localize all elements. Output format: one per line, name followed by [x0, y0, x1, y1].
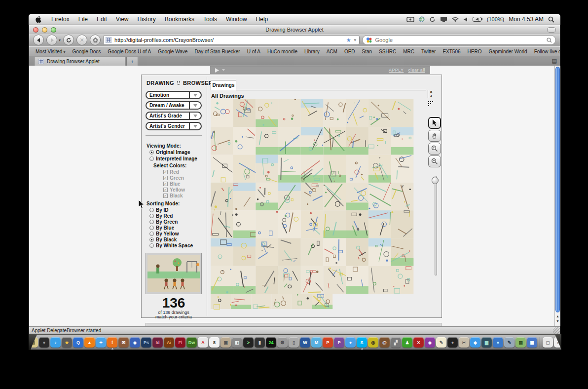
bookmark-item[interactable]: OED: [341, 49, 359, 54]
chevron-down-icon[interactable]: [189, 123, 201, 129]
bookmark-item[interactable]: ACM: [323, 49, 341, 54]
dock-app-icon[interactable]: ▆: [481, 337, 492, 348]
bookmark-item[interactable]: HERO: [464, 49, 485, 54]
dock-app-icon[interactable]: ✂: [459, 337, 469, 348]
filter-dropdown[interactable]: Artist's Gender: [146, 122, 202, 130]
bookmark-item[interactable]: Day of Stan Ruecker: [191, 49, 243, 54]
dock-app-icon[interactable]: X: [413, 337, 424, 348]
sorting-mode-radio[interactable]: By Blue: [149, 225, 193, 231]
zoom-out-tool[interactable]: [428, 156, 441, 167]
bookmark-item[interactable]: EXT506: [439, 49, 464, 54]
dock-app-icon[interactable]: ♪: [50, 337, 61, 348]
color-checkbox[interactable]: ✓ Blue: [163, 181, 185, 187]
dock-app-icon[interactable]: P: [334, 337, 344, 348]
grid-view-icon[interactable]: [428, 101, 434, 107]
scrollbar-thumb[interactable]: [555, 67, 560, 312]
menu-clock[interactable]: Mon 4:53 AM: [509, 16, 544, 23]
menu-item[interactable]: Help: [252, 14, 273, 25]
dock-app-icon[interactable]: ✎: [504, 337, 514, 348]
bookmark-item[interactable]: U of A: [244, 49, 264, 54]
zoom-slider-thumb[interactable]: [432, 177, 439, 184]
dock-app-icon[interactable]: ▲: [84, 337, 95, 348]
google-logo-icon[interactable]: [366, 37, 372, 43]
dock-app-icon[interactable]: ◧: [232, 337, 242, 348]
drawings-tab[interactable]: Drawings: [211, 80, 236, 90]
dock-app-icon[interactable]: ◈: [470, 337, 480, 348]
selected-drawing-preview[interactable]: [146, 253, 202, 294]
dock-app-icon[interactable]: @: [379, 337, 390, 348]
dock-app-icon[interactable]: ♟: [402, 337, 412, 348]
stop-button[interactable]: ✕: [76, 35, 87, 45]
dock-app-icon[interactable]: ✦: [96, 337, 106, 348]
sorting-mode-radio[interactable]: By Red: [149, 213, 193, 219]
dock-app-icon[interactable]: ▞: [391, 337, 401, 348]
bookmark-item[interactable]: Follow live conversa...: [531, 49, 560, 54]
dock-app-icon[interactable]: ●: [39, 337, 49, 348]
chevron-down-icon[interactable]: [189, 113, 201, 119]
scroll-down-arrow[interactable]: ▼: [555, 319, 560, 323]
menu-item[interactable]: View: [111, 14, 133, 25]
dock-tray-icon[interactable]: ▯: [565, 337, 576, 348]
resize-grip[interactable]: [553, 327, 560, 334]
history-dropdown-icon[interactable]: ▾: [59, 38, 61, 42]
sorting-mode-radio[interactable]: By Green: [149, 219, 193, 225]
bookmark-item[interactable]: Twitter: [418, 49, 439, 54]
dock-app-icon[interactable]: Fl: [175, 337, 185, 348]
dock-app-icon[interactable]: ●: [447, 337, 458, 348]
new-tab-button[interactable]: +: [126, 57, 138, 66]
bookmark-item[interactable]: Stan: [359, 49, 376, 54]
filter-dropdown[interactable]: Artist's Grade: [146, 112, 202, 120]
sorting-mode-radio[interactable]: By White Space: [149, 242, 193, 248]
search-bar[interactable]: [362, 35, 556, 45]
dock-app-icon[interactable]: ⚙: [277, 337, 288, 348]
dock-app-icon[interactable]: Q: [73, 337, 83, 348]
color-checkbox[interactable]: ✓ Red: [163, 169, 185, 175]
chevron-down-icon[interactable]: [189, 102, 201, 109]
dock-app-icon[interactable]: ◆: [425, 337, 435, 348]
sort-az-icon[interactable]: az: [428, 90, 434, 98]
menu-item[interactable]: Window: [221, 14, 252, 25]
dock-app-icon[interactable]: ✎: [436, 337, 446, 348]
filter-dropdown[interactable]: Emotion: [146, 91, 202, 99]
play-icon[interactable]: [215, 68, 219, 73]
hand-pan-tool[interactable]: [428, 130, 441, 142]
url-bar[interactable]: ★ ▼: [103, 35, 360, 45]
dock-app-icon[interactable]: W: [300, 337, 310, 348]
volume-icon[interactable]: [463, 17, 468, 22]
home-button[interactable]: [90, 35, 101, 45]
url-input[interactable]: [113, 37, 344, 43]
dock-app-icon[interactable]: ◨: [16, 337, 27, 348]
dock-app-icon[interactable]: P: [323, 337, 333, 348]
dock-app-icon[interactable]: ●: [345, 337, 356, 348]
dock-app-icon[interactable]: >: [243, 337, 254, 348]
menu-item[interactable]: Edit: [92, 14, 111, 25]
apple-menu-icon[interactable]: [29, 16, 47, 23]
menu-item[interactable]: Bookmarks: [160, 14, 199, 25]
battery-icon[interactable]: [473, 17, 482, 22]
zoom-in-tool[interactable]: [428, 143, 441, 155]
bookmark-item[interactable]: HuCo moodle: [264, 49, 301, 54]
browser-scrollbar[interactable]: ▲ ▼: [554, 66, 560, 326]
tab-drawing-browser-applet[interactable]: Drawing Browser Applet: [34, 57, 125, 66]
sorting-mode-radio[interactable]: By Black: [149, 236, 193, 242]
spotlight-icon[interactable]: [548, 16, 554, 23]
apply-link[interactable]: APPLY: [389, 68, 404, 73]
zoom-slider-track[interactable]: [435, 176, 437, 275]
dock-app-icon[interactable]: ▤: [515, 337, 526, 348]
display-icon[interactable]: [440, 16, 447, 22]
screen-capture-icon[interactable]: [406, 17, 414, 22]
dock-app-icon[interactable]: Ai: [164, 337, 174, 348]
dock-app-icon[interactable]: ▦: [527, 337, 537, 348]
dock-app-icon[interactable]: 8: [209, 337, 220, 348]
dock-app-icon[interactable]: ▮: [255, 337, 265, 348]
filter-dropdown[interactable]: Dream / Awake: [146, 101, 202, 110]
toolbar-toggle-button[interactable]: [547, 27, 556, 33]
bookmark-item[interactable]: Library: [301, 49, 323, 54]
search-input[interactable]: [374, 37, 544, 43]
drawings-collage[interactable]: [211, 99, 414, 310]
url-dropdown-icon[interactable]: ▼: [353, 38, 357, 42]
toolbar-dropdown-icon[interactable]: [222, 69, 225, 71]
dock-app-icon[interactable]: ▣: [220, 337, 231, 348]
reload-button[interactable]: [63, 35, 74, 45]
refresh-icon[interactable]: [429, 16, 436, 23]
